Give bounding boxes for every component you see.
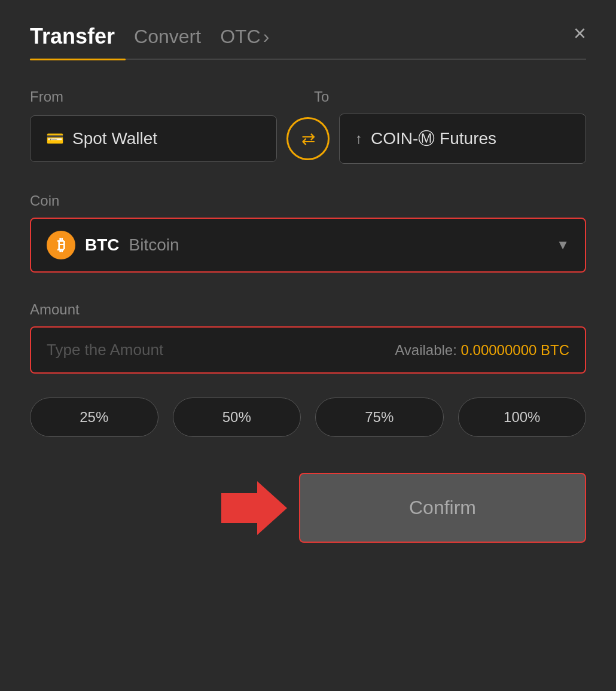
to-wallet-name: COIN-Ⓜ Futures [371, 127, 496, 150]
amount-input-box[interactable]: Type the Amount Available: 0.00000000 BT… [30, 326, 586, 374]
tab-otc[interactable]: OTC › [220, 26, 269, 48]
tab-transfer[interactable]: Transfer [30, 24, 115, 49]
amount-placeholder: Type the Amount [47, 341, 163, 359]
tab-otc-label: OTC [220, 26, 261, 48]
futures-wallet-icon: ↑ [355, 130, 362, 147]
tab-convert[interactable]: Convert [134, 26, 201, 48]
percent-25-button[interactable]: 25% [30, 398, 158, 437]
from-to-labels: From To [30, 88, 586, 105]
modal-header: Transfer Convert OTC › × [30, 24, 586, 49]
percent-75-button[interactable]: 75% [315, 398, 444, 437]
tab-otc-chevron: › [263, 26, 270, 48]
coin-symbol: BTC [85, 236, 120, 255]
arrow-container [30, 481, 299, 535]
spot-wallet-icon: 💳 [46, 130, 64, 147]
btc-icon: ₿ [47, 231, 75, 259]
available-label: Available: [395, 342, 457, 358]
percent-50-button[interactable]: 50% [173, 398, 301, 437]
amount-label: Amount [30, 301, 586, 318]
from-wallet-name: Spot Wallet [72, 129, 157, 148]
confirm-button[interactable]: Confirm [299, 473, 586, 543]
swap-button[interactable]: ⇄ [286, 117, 330, 160]
bottom-row: Confirm [30, 473, 586, 543]
swap-icon: ⇄ [301, 129, 315, 149]
percent-100-button[interactable]: 100% [458, 398, 587, 437]
from-to-row: 💳 Spot Wallet ⇄ ↑ COIN-Ⓜ Futures [30, 114, 586, 164]
available-value: 0.00000000 BTC [461, 342, 569, 358]
percent-row: 25% 50% 75% 100% [30, 398, 586, 437]
red-arrow-icon [221, 481, 287, 535]
close-button[interactable]: × [574, 23, 586, 44]
tab-underline [30, 59, 586, 60]
from-label: From [30, 88, 302, 105]
svg-marker-0 [221, 481, 287, 535]
available-text: Available: 0.00000000 BTC [395, 342, 569, 359]
from-wallet-selector[interactable]: 💳 Spot Wallet [30, 115, 277, 162]
coin-selector[interactable]: ₿ BTC Bitcoin ▼ [30, 218, 586, 273]
coin-chevron-icon: ▼ [556, 237, 569, 253]
to-wallet-selector[interactable]: ↑ COIN-Ⓜ Futures [339, 114, 586, 164]
from-to-section: From To 💳 Spot Wallet ⇄ ↑ COIN-Ⓜ Futures [30, 88, 586, 164]
coin-label: Coin [30, 192, 586, 209]
to-label: To [302, 88, 586, 105]
coin-section: Coin ₿ BTC Bitcoin ▼ [30, 192, 586, 273]
coin-full-name: Bitcoin [129, 236, 179, 255]
transfer-modal: Transfer Convert OTC › × From To 💳 Spot … [0, 0, 616, 691]
amount-section: Amount Type the Amount Available: 0.0000… [30, 301, 586, 374]
